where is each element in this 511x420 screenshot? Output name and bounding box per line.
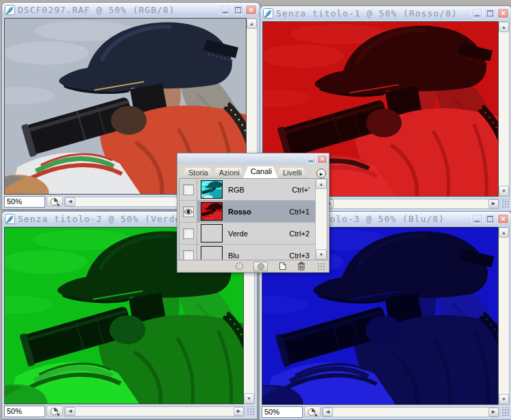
maximize-icon [235,7,241,13]
palette-close-button[interactable]: × [317,155,327,164]
palette-menu-icon: ▶ [320,171,323,176]
palette-scrollbar[interactable]: ▲ ▼ [315,179,327,260]
vertical-scrollbar[interactable]: ▲ ▼ [499,227,510,405]
new-channel-button[interactable] [278,262,287,271]
scroll-left-icon[interactable]: ◀ [323,408,333,417]
selection-circle-icon [258,263,264,270]
scroll-down-icon[interactable]: ▼ [499,394,509,404]
palette-resize-grip[interactable] [317,262,325,271]
close-icon: × [501,10,505,17]
resize-grip[interactable] [501,407,510,417]
scroll-up-icon[interactable]: ▲ [499,22,509,32]
vertical-scroll-track[interactable] [499,238,509,394]
scroll-down-icon[interactable]: ▼ [499,186,509,196]
palette-bottom-bar [177,260,329,272]
scroll-right-icon[interactable]: ▶ [234,407,244,416]
visibility-toggle[interactable] [179,201,197,222]
status-info-button[interactable] [304,406,321,417]
palette-titlebar[interactable]: × [177,153,329,164]
close-icon: × [321,156,324,162]
status-bar: ◀ ▶ [260,405,511,419]
minimize-icon [475,221,479,222]
maximize-button[interactable] [484,8,496,18]
minimize-icon [223,12,227,13]
minimize-button[interactable] [471,214,483,224]
palette-tabs: Storia Azioni Canali Livelli ▶ [177,164,329,178]
channel-shortcut: Ctrl+3 [289,251,312,260]
horizontal-scrollbar[interactable]: ◀ ▶ [322,407,499,417]
maximize-button[interactable] [484,214,496,224]
horizontal-scrollbar[interactable]: ◀ ▶ [64,406,245,417]
channel-label: Blu [228,251,239,260]
eye-icon [184,208,193,215]
tab-livelli[interactable]: Livelli [275,168,308,178]
palette-minimize-button[interactable] [306,155,316,164]
photoshop-file-icon [5,5,15,15]
close-button[interactable]: × [245,5,257,15]
visibility-toggle[interactable] [179,179,197,200]
status-info-button[interactable] [47,196,63,207]
status-info-button[interactable] [47,406,63,417]
visibility-toggle[interactable] [179,223,197,244]
channel-thumbnail-rgb [201,180,223,199]
horizontal-scroll-track[interactable] [333,408,488,417]
save-selection-as-channel-button[interactable] [253,262,268,271]
channel-shortcut: Ctrl+' [292,186,312,194]
vertical-scroll-track[interactable] [499,32,509,186]
zoom-input[interactable] [4,406,45,417]
scroll-right-icon[interactable]: ▶ [488,199,499,208]
channel-row-verde[interactable]: Verde Ctrl+2 [179,223,315,245]
status-info-icon [308,408,318,417]
channel-thumbnail-verde [201,224,223,243]
channels-palette: × Storia Azioni Canali Livelli ▶ RG [177,153,329,273]
scroll-up-icon[interactable]: ▲ [499,227,509,238]
channel-label: RGB [228,186,245,194]
scroll-up-icon[interactable]: ▲ [316,179,327,189]
maximize-icon [487,216,493,222]
photoshop-file-icon [263,8,273,18]
horizontal-scrollbar[interactable]: ◀ ▶ [323,199,499,209]
tab-azioni[interactable]: Azioni [212,168,246,178]
delete-channel-button[interactable] [297,262,306,271]
resize-grip[interactable] [501,199,510,209]
status-info-icon [50,197,60,206]
window-titlebar[interactable]: DSCF0297.RAF @ 50% (RGB/8) × [2,3,260,17]
maximize-button[interactable] [232,5,244,15]
palette-scroll-track[interactable] [316,189,327,249]
load-channel-as-selection-button[interactable] [236,262,243,270]
minimize-button[interactable] [219,5,231,15]
photoshop-file-icon [5,214,15,224]
new-channel-icon [278,262,287,271]
palette-menu-button[interactable]: ▶ [316,169,326,178]
status-info-icon [50,407,60,416]
status-bar: ◀ ▶ [2,404,257,419]
channel-label: Rosso [228,208,251,216]
close-button[interactable]: × [497,214,509,224]
photoshop-workspace: DSCF0297.RAF @ 50% (RGB/8) × ▲ ▼ [0,0,511,420]
resize-grip[interactable] [246,406,255,417]
channel-row-rosso[interactable]: Rosso Ctrl+1 [179,201,315,223]
maximize-icon [487,10,493,16]
minimize-button[interactable] [471,8,483,18]
window-title: Senza titolo-1 @ 50% (Rosso/8) [276,8,469,18]
close-icon: × [249,6,253,14]
close-button[interactable]: × [497,8,509,18]
zoom-input[interactable] [4,196,45,208]
channel-thumbnail-rosso [201,202,223,221]
window-titlebar[interactable]: Senza titolo-1 @ 50% (Rosso/8) × [260,6,511,21]
minimize-icon [475,15,479,16]
scroll-up-icon[interactable]: ▲ [247,18,257,29]
scroll-down-icon[interactable]: ▼ [244,393,254,404]
minimize-icon [309,160,313,162]
channel-row-rgb[interactable]: RGB Ctrl+' [179,179,315,201]
vertical-scrollbar[interactable]: ▲ ▼ [499,21,510,197]
horizontal-scroll-track[interactable] [334,199,488,208]
scroll-down-icon[interactable]: ▼ [316,249,327,260]
scroll-right-icon[interactable]: ▶ [488,408,499,417]
tab-canali[interactable]: Canali [243,166,278,178]
scroll-left-icon[interactable]: ◀ [65,407,75,416]
zoom-input[interactable] [262,406,303,418]
tab-storia[interactable]: Storia [181,168,214,178]
scroll-left-icon[interactable]: ◀ [65,197,75,206]
horizontal-scroll-track[interactable] [75,407,234,416]
